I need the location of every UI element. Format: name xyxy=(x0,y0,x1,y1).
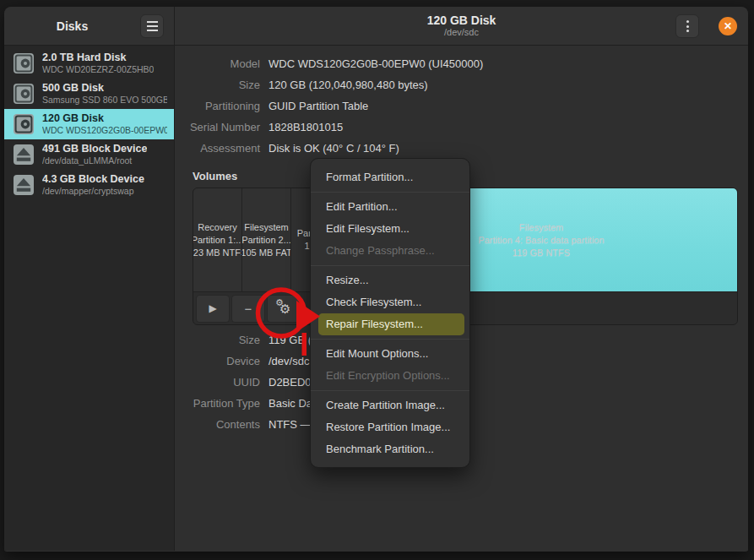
close-button[interactable]: ✕ xyxy=(719,17,737,35)
device-sidebar: 2.0 TB Hard DiskWDC WD20EZRZ-00Z5HB0 500… xyxy=(4,46,175,551)
menu-item-format-partition[interactable]: Format Partition... xyxy=(318,166,464,188)
menu-separator xyxy=(311,390,469,391)
drive-icon xyxy=(13,52,35,74)
mount-button[interactable]: ▶ xyxy=(196,295,230,323)
detail-value: GUID Partition Table xyxy=(269,95,748,117)
partition-menu-button[interactable]: ⚙⚙ xyxy=(267,295,301,323)
menu-item-create-partition-image[interactable]: Create Partition Image... xyxy=(318,394,464,416)
device-title: 2.0 TB Hard Disk xyxy=(42,52,154,64)
menu-item-check-filesystem[interactable]: Check Filesystem... xyxy=(318,291,464,313)
menu-item-edit-partition[interactable]: Edit Partition... xyxy=(318,196,464,218)
device-subtitle: /dev/data_uLMMA/root xyxy=(42,155,147,166)
device-subtitle: WDC WD20EZRZ-00Z5HB0 xyxy=(42,64,154,75)
disks-window: Disks 120 GB Disk /dev/sdc ✕ 2.0 TB Hard… xyxy=(4,7,748,552)
menu-item-resize[interactable]: Resize... xyxy=(318,269,464,291)
partition-context-menu: Format Partition... Edit Partition... Ed… xyxy=(310,158,470,468)
minus-icon: − xyxy=(245,302,252,316)
detail-label: Contents xyxy=(176,414,260,435)
hamburger-menu-button[interactable] xyxy=(140,14,164,38)
detail-value: WDC WDS120G2G0B-00EPW0 (UI450000) xyxy=(269,53,748,74)
device-subtitle: /dev/mapper/cryptswap xyxy=(42,186,144,197)
device-title: 491 GB Block Device xyxy=(42,143,147,155)
app-title: Disks xyxy=(57,19,88,33)
sidebar-item-120gb-disk[interactable]: 120 GB DiskWDC WDS120G2G0B-00EPW0 xyxy=(4,109,174,139)
device-title: 120 GB Disk xyxy=(42,112,167,125)
disk-details: ModelWDC WDS120G2G0B-00EPW0 (UI450000) S… xyxy=(176,53,748,159)
detail-label: UUID xyxy=(176,372,260,393)
detail-label: Serial Number xyxy=(176,117,260,138)
play-icon: ▶ xyxy=(209,302,216,314)
detail-label: Device xyxy=(176,351,260,372)
disk-header: 120 GB Disk /dev/sdc ✕ xyxy=(175,7,748,45)
partition-2[interactable]: Filesystem Partition 2... 105 MB FAT xyxy=(242,188,291,291)
disk-subtitle: /dev/sdc xyxy=(444,27,479,38)
menu-item-edit-mount-options[interactable]: Edit Mount Options... xyxy=(318,343,464,365)
menu-item-change-passphrase: Change Passphrase... xyxy=(318,240,464,262)
partition-1[interactable]: Recovery Partition 1:... 523 MB NTFS xyxy=(193,188,242,291)
detail-label: Partitioning xyxy=(176,95,260,117)
detail-value: 120 GB (120,040,980,480 bytes) xyxy=(269,74,748,95)
gears-icon: ⚙⚙ xyxy=(275,300,292,317)
delete-partition-button[interactable]: − xyxy=(231,295,265,323)
menu-separator xyxy=(311,265,469,266)
detail-label: Size xyxy=(176,329,260,351)
sidebar-item-500gb-disk[interactable]: 500 GB DiskSamsung SSD 860 EVO 500GB xyxy=(4,79,174,109)
drive-icon xyxy=(13,113,35,135)
detail-label: Assessment xyxy=(176,138,260,159)
drive-icon xyxy=(13,83,35,105)
detail-label: Model xyxy=(176,53,260,74)
detail-label: Partition Type xyxy=(176,393,260,414)
detail-label: Size xyxy=(176,74,260,95)
detail-value: 1828B1801015 xyxy=(269,117,748,138)
menu-item-edit-encryption-options: Edit Encryption Options... xyxy=(318,365,464,387)
sidebar-item-4gb-block-device[interactable]: 4.3 GB Block Device/dev/mapper/cryptswap xyxy=(4,170,174,200)
disk-title: 120 GB Disk xyxy=(427,14,496,27)
sidebar-header: Disks xyxy=(4,7,175,45)
device-subtitle: Samsung SSD 860 EVO 500GB xyxy=(42,95,167,106)
menu-item-repair-filesystem[interactable]: Repair Filesystem... xyxy=(318,313,464,335)
detail-value: Disk is OK (40° C / 104° F) xyxy=(269,138,748,159)
menu-item-edit-filesystem[interactable]: Edit Filesystem... xyxy=(318,218,464,240)
menu-separator xyxy=(311,339,469,340)
device-title: 4.3 GB Block Device xyxy=(42,173,144,186)
volumes-section-title: Volumes xyxy=(193,170,748,182)
headerbar: Disks 120 GB Disk /dev/sdc ✕ xyxy=(4,7,748,46)
kebab-menu-button[interactable] xyxy=(675,14,699,38)
menu-item-benchmark-partition[interactable]: Benchmark Partition... xyxy=(318,438,464,460)
device-title: 500 GB Disk xyxy=(42,82,167,95)
menu-item-restore-partition-image[interactable]: Restore Partition Image... xyxy=(318,416,464,438)
eject-icon xyxy=(13,144,35,166)
eject-icon xyxy=(13,174,35,196)
sidebar-item-491gb-block-device[interactable]: 491 GB Block Device/dev/data_uLMMA/root xyxy=(4,139,174,170)
sidebar-item-2tb-hard-disk[interactable]: 2.0 TB Hard DiskWDC WD20EZRZ-00Z5HB0 xyxy=(4,48,174,79)
menu-separator xyxy=(311,192,469,193)
device-subtitle: WDC WDS120G2G0B-00EPW0 xyxy=(42,125,167,136)
